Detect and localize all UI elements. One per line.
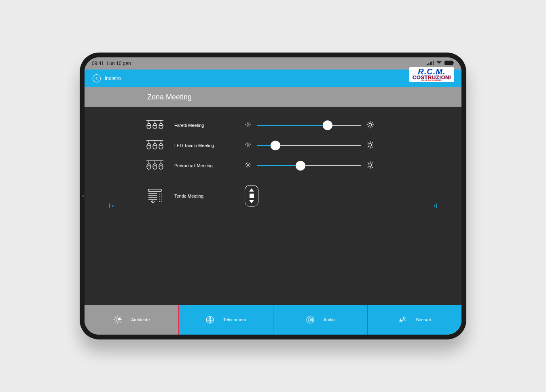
- svg-line-71: [246, 166, 246, 166]
- brightness-icon: [113, 315, 122, 324]
- back-label: Indietro: [105, 76, 121, 81]
- tab-label: Scenari: [416, 317, 431, 322]
- tablet-frame: 09:41 Lun 10 gen Indietro: [80, 53, 466, 339]
- blinds-down-button[interactable]: [249, 200, 254, 203]
- svg-line-96: [120, 322, 121, 322]
- blinds-up-button[interactable]: [249, 188, 254, 192]
- status-time: 09:41: [92, 61, 104, 66]
- speaker-icon: [306, 315, 315, 324]
- sun-low-icon: [245, 141, 251, 150]
- svg-line-28: [368, 122, 368, 123]
- sun-high-icon: [366, 141, 374, 150]
- bottom-tabs: Ambiente Telecamera Audio Scenari: [85, 305, 461, 335]
- svg-point-61: [147, 164, 151, 169]
- sun-high-icon: [366, 121, 374, 130]
- camera-aperture-icon: [205, 315, 214, 324]
- svg-line-69: [246, 163, 246, 163]
- tab-telecamera[interactable]: Telecamera: [178, 305, 273, 335]
- control-label: Tende Meeting: [174, 194, 235, 198]
- tab-audio[interactable]: Audio: [273, 305, 367, 335]
- tab-label: Ambiente: [131, 317, 150, 322]
- svg-line-22: [249, 122, 250, 123]
- svg-line-98: [120, 317, 121, 318]
- svg-rect-3: [432, 61, 432, 65]
- tab-ambiente[interactable]: Ambiente: [85, 305, 178, 335]
- slider-wrap: [245, 120, 374, 131]
- svg-line-97: [115, 322, 116, 322]
- blinds-control: [245, 185, 258, 207]
- svg-line-45: [249, 146, 250, 146]
- svg-rect-82: [148, 189, 161, 192]
- tick-icon: [436, 203, 437, 208]
- svg-line-81: [372, 162, 373, 163]
- screen: 09:41 Lun 10 gen Indietro: [85, 57, 461, 335]
- svg-line-46: [246, 146, 246, 146]
- svg-rect-1: [429, 63, 430, 65]
- sun-low-icon: [245, 162, 251, 170]
- control-label: Perimetrali Meeting: [174, 163, 235, 168]
- spotlights-icon: [145, 159, 165, 172]
- svg-point-36: [147, 143, 151, 149]
- control-row-tende: Tende Meeting: [85, 185, 461, 207]
- blinds-stop-button[interactable]: [250, 194, 254, 198]
- svg-line-31: [372, 122, 373, 123]
- svg-rect-0: [427, 64, 428, 65]
- blinds-icon: [145, 188, 165, 204]
- brightness-slider[interactable]: [257, 160, 361, 171]
- tablet-camera: [82, 195, 84, 197]
- tab-scenari[interactable]: Scenari: [367, 305, 461, 335]
- svg-point-37: [153, 143, 157, 149]
- svg-line-30: [368, 126, 368, 127]
- svg-point-23: [369, 123, 372, 126]
- spotlights-icon: [145, 119, 165, 132]
- svg-line-72: [249, 163, 250, 163]
- main-content: ‹‹ ›› Faretti Meeting: [85, 107, 461, 305]
- svg-point-39: [247, 144, 249, 146]
- page-next-button[interactable]: ››: [434, 203, 437, 209]
- svg-point-101: [404, 317, 406, 319]
- status-right: [427, 61, 454, 66]
- svg-line-44: [246, 143, 246, 143]
- control-label: LED Tavolo Meeting: [174, 143, 235, 148]
- tab-label: Telecamera: [223, 317, 246, 322]
- control-row-faretti: Faretti Meeting: [85, 119, 461, 132]
- brightness-slider[interactable]: [257, 120, 361, 131]
- sun-low-icon: [245, 121, 251, 129]
- svg-point-73: [369, 164, 372, 166]
- svg-point-64: [247, 164, 249, 166]
- page-title: Zona Meeting: [147, 93, 192, 101]
- svg-rect-5: [444, 61, 453, 65]
- sun-high-icon: [366, 161, 374, 171]
- svg-point-13: [159, 123, 163, 129]
- svg-line-56: [372, 142, 373, 143]
- svg-point-12: [153, 123, 157, 129]
- svg-rect-6: [453, 62, 454, 64]
- slider-wrap: [245, 160, 374, 171]
- control-label: Faretti Meeting: [174, 123, 235, 128]
- cellular-icon: [427, 61, 434, 66]
- svg-point-63: [159, 164, 163, 169]
- svg-point-62: [153, 164, 157, 169]
- svg-line-54: [372, 146, 373, 147]
- control-row-perimetrali: Perimetrali Meeting: [85, 159, 461, 172]
- status-date: Lun 10 gen: [107, 61, 131, 66]
- status-left: 09:41 Lun 10 gen: [92, 61, 131, 66]
- svg-line-53: [368, 142, 368, 143]
- page-prev-button[interactable]: ‹‹: [109, 203, 112, 209]
- brightness-slider[interactable]: [257, 140, 361, 151]
- svg-line-78: [368, 162, 368, 163]
- brand-logo: R.C.M. COSTRUZIONI GRUPPO RAINONE: [409, 67, 454, 90]
- spotlights-icon: [145, 139, 165, 152]
- svg-line-55: [368, 146, 368, 147]
- wifi-icon: [436, 61, 442, 66]
- back-icon: [93, 74, 101, 82]
- control-row-led-tavolo: LED Tavolo Meeting: [85, 139, 461, 152]
- page-title-bar: Zona Meeting: [85, 87, 461, 107]
- svg-point-11: [147, 123, 151, 129]
- back-button[interactable]: Indietro: [93, 74, 121, 82]
- svg-rect-2: [430, 62, 431, 65]
- scene-icon: [398, 315, 407, 324]
- svg-line-21: [246, 126, 246, 126]
- svg-rect-4: [433, 61, 434, 65]
- svg-line-70: [249, 166, 250, 166]
